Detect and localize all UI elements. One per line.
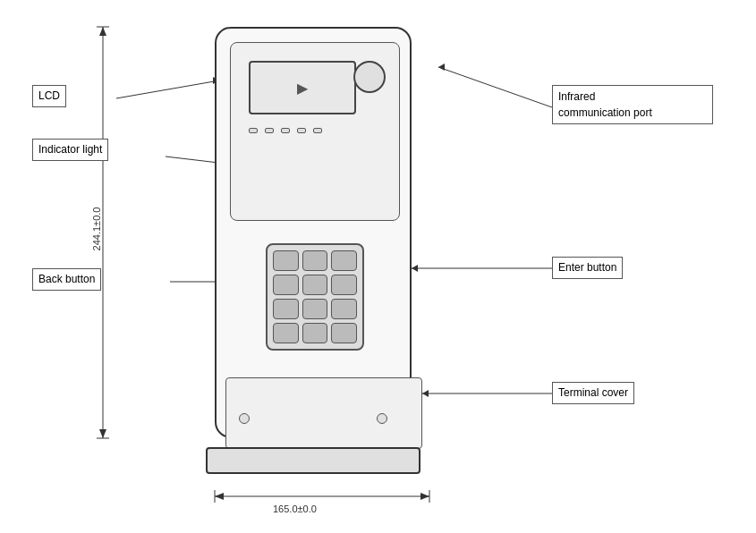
dot-1 [249,128,258,133]
svg-marker-18 [215,493,224,500]
key-1 [273,250,299,271]
ir-port [353,61,386,93]
key-7 [273,299,299,319]
lcd-label: LCD [32,85,66,107]
lcd-arrow-icon: ▶ [297,80,308,97]
indicator-light-label: Indicator light [32,139,108,161]
vertical-dimension: 244.1±0.0 [91,193,102,265]
key-10 [273,323,299,343]
key-3 [331,250,357,271]
svg-line-8 [438,67,552,107]
svg-marker-17 [422,390,429,397]
infrared-port-label: Infrared communication port [552,85,713,124]
enter-button-label: Enter button [552,257,623,279]
svg-marker-19 [420,493,429,500]
key-5 [302,275,328,295]
keypad [266,243,364,351]
key-2 [302,250,328,271]
key-8 [302,299,328,319]
key-6 [331,275,357,295]
diagram-container: ▶ [0,0,756,533]
key-11 [302,323,328,343]
left-screw [239,413,250,424]
svg-marker-20 [99,27,106,36]
key-4 [273,275,299,295]
dot-3 [281,128,290,133]
indicator-dots [249,128,322,133]
dot-4 [297,128,306,133]
device-base [206,447,420,474]
svg-marker-21 [99,429,106,438]
svg-marker-14 [438,63,445,71]
terminal-cover-label: Terminal cover [552,382,634,404]
lcd-display: ▶ [249,61,356,114]
back-button-label: Back button [32,268,101,291]
terminal-cover-section [225,377,422,449]
horizontal-dimension: 165.0±0.0 [273,503,317,514]
svg-line-6 [116,80,219,98]
right-screw [377,413,387,424]
device: ▶ [206,18,420,492]
key-12 [331,323,357,343]
top-panel: ▶ [230,42,400,221]
dot-2 [265,128,274,133]
key-9 [331,299,357,319]
dot-5 [313,128,322,133]
device-body: ▶ [215,27,412,438]
